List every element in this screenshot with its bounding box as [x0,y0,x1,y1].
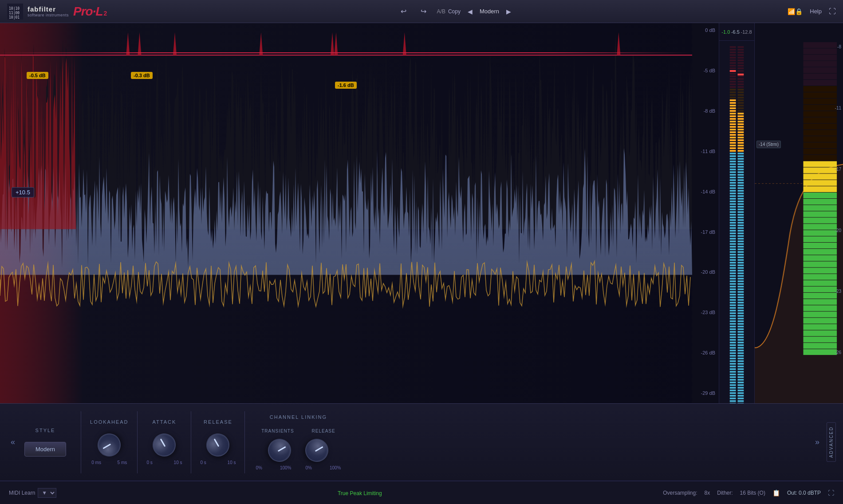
scale-23: -23 [827,289,843,294]
expand-button[interactable]: ⛶ [829,8,836,16]
release-ch-range: 0% 100% [305,465,341,470]
divider-3 [191,411,191,473]
brand-tagline: software instruments [28,13,69,17]
product-name: Pro·L [73,4,103,19]
db-17: -17 dB [696,229,715,235]
transients-range: 0% 100% [256,465,291,470]
release-ch-knob[interactable] [301,434,333,466]
preset-next-button[interactable]: ▶ [506,8,511,15]
ab-copy-area: A/B Copy [437,8,461,15]
attack-knob[interactable] [149,429,180,461]
gain-display: +10.5 [12,187,34,197]
out-display: Out: 0.0 dBTP [787,490,821,496]
divider-4 [244,411,245,473]
release-ch-max: 100% [330,465,341,470]
header-controls: ↩ ↪ A/B Copy ◀ Modern ▶ [120,5,788,17]
dither-value: 16 Bits (O) [740,490,765,496]
header: 10|10 11|00 10|01 fabfilter software ins… [0,0,843,23]
channel-linking-section: CHANNEL LINKING TRANSIENTS RELEASE 0% 10… [254,414,343,470]
attack-min: 0 s [146,460,152,465]
style-section: STYLE Modern [19,428,72,457]
db-5: -5 dB [696,68,715,73]
status-center: True Peak Limiting [65,489,654,497]
db-29: -29 dB [696,390,715,396]
transients-knob[interactable] [264,434,295,466]
lookahead-min: 0 ms [91,460,101,465]
release-label: RELEASE [204,419,232,425]
midi-learn-label: MIDI Learn [9,490,35,496]
status-right: Oversampling: 8x Dither: 16 Bits (O) 📋 O… [663,489,834,496]
db-11: -11 dB [696,149,715,154]
db-14: -14 dB [696,189,715,194]
transients-sublabel: TRANSIENTS [261,429,294,433]
controls-strip: « STYLE Modern LOOKAHEAD 0 ms 5 ms ATTAC… [0,403,843,481]
attack-label: ATTACK [153,419,177,425]
svg-text:10|01: 10|01 [9,16,20,20]
product-version: 2 [104,10,107,17]
attack-range: 0 s 10 s [146,460,182,465]
lookahead-section: LOOKAHEAD 0 ms 5 ms [90,419,128,465]
release-min: 0 s [200,460,206,465]
oversampling-value: 8x [705,490,710,496]
transients-min: 0% [256,465,262,470]
true-peak-label: True Peak Limiting [338,490,382,496]
header-right: 📶🔒 Help ⛶ [788,8,836,16]
attack-max: 10 s [174,460,182,465]
db-20: -20 dB [696,269,715,275]
help-button[interactable]: Help [810,8,822,15]
logo-text: fabfilter software instruments [28,5,69,17]
product-logo: Pro·L 2 [73,4,107,19]
attack-section: ATTACK 0 s 10 s [146,419,182,465]
lookahead-max: 5 ms [118,460,127,465]
release-ch-min: 0% [305,465,311,470]
scale-26: -26 [827,350,843,355]
style-button[interactable]: Modern [24,442,66,457]
svg-text:11|00: 11|00 [9,11,20,15]
nav-right-button[interactable]: » [811,436,823,449]
meter-num-1: -1.0 [721,29,730,35]
lookahead-knob[interactable] [94,429,125,461]
midi-dropdown[interactable]: ▼ [38,488,56,498]
logo-area: 10|10 11|00 10|01 fabfilter software ins… [7,4,107,20]
preset-name: Modern [480,8,499,15]
db-8: -8 dB [696,108,715,114]
signal-icon: 📶🔒 [788,8,803,15]
redo-button[interactable]: ↪ [417,5,430,17]
release-max: 10 s [228,460,236,465]
ab-label: A/B [437,8,445,15]
lookahead-label: LOOKAHEAD [90,419,128,425]
gain-value: +10.5 [16,189,30,196]
db-23: -23 dB [696,310,715,315]
brand-name: fabfilter [28,5,69,13]
strm-14-badge: -14 (Strm) [756,141,781,148]
scale-11: -11 [827,106,843,110]
advanced-label[interactable]: ADVANCED [827,422,836,462]
undo-button[interactable]: ↩ [397,5,410,17]
oversampling-label: Oversampling: [663,490,697,496]
channel-linking-label: CHANNEL LINKING [270,414,327,420]
db-26: -26 dB [696,350,715,355]
dither-label: Dither: [717,490,733,496]
channel-linking-sublabels: TRANSIENTS RELEASE [261,429,335,433]
meter-num-2: -6.5 [731,29,740,35]
scale-8: -8 [827,44,843,49]
resize-icon[interactable]: ⛶ [828,489,834,496]
meter-num-3: -12.8 [741,29,752,35]
peak-label-2: -0.3 dB [131,72,153,79]
release-range: 0 s 10 s [200,460,236,465]
meter-header-nums: -1.0 -6.5 -12.8 [719,23,754,41]
preset-area: Modern [480,8,499,15]
scale-17: -17 [827,167,843,172]
transients-max: 100% [280,465,292,470]
fabfilter-logo-icon: 10|10 11|00 10|01 [7,4,23,20]
release-knob[interactable] [202,429,234,461]
preset-prev-button[interactable]: ◀ [468,8,473,15]
lookahead-range: 0 ms 5 ms [91,460,127,465]
release-section: RELEASE 0 s 10 s [200,419,236,465]
copy-button[interactable]: Copy [448,8,461,15]
peak-label-3: -1.6 dB [335,82,357,89]
divider-1 [81,411,81,473]
clipping-line [0,52,692,53]
clipboard-icon: 📋 [772,489,780,496]
nav-left-button[interactable]: « [7,436,19,449]
